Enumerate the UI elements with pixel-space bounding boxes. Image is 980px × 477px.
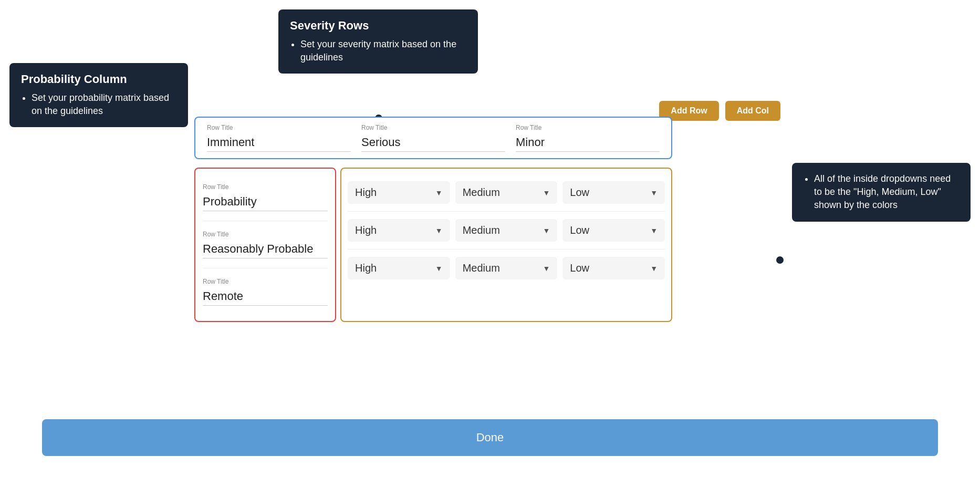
dropdowns-connector-dot <box>776 256 784 264</box>
severity-tooltip-title: Severity Rows <box>290 19 466 33</box>
dropdown-value-1-2: Low <box>570 224 650 236</box>
prob-label-0: Row Title <box>203 183 328 191</box>
dropdown-2-0[interactable]: High ▼ <box>348 257 450 279</box>
dropdown-value-0-0: High <box>355 186 435 199</box>
body-row: Row Title Row Title Row Title High <box>194 168 672 322</box>
probability-tooltip-desc: Set your probability matrix based on the… <box>32 91 176 118</box>
dropdown-arrow-0-0: ▼ <box>435 189 443 197</box>
dropdown-0-0[interactable]: High ▼ <box>348 181 450 204</box>
severity-headers-row: Row Title Row Title Row Title <box>194 117 672 159</box>
prob-cell-0: Row Title <box>203 174 328 221</box>
dropdown-value-0-2: Low <box>570 186 650 199</box>
values-row-1: High ▼ Medium ▼ Low ▼ <box>348 212 665 250</box>
dropdowns-tooltip: All of the inside dropdowns need to be t… <box>792 163 971 222</box>
probability-tooltip: Probability Column Set your probability … <box>9 63 188 127</box>
dropdown-value-2-0: High <box>355 262 435 274</box>
values-row-0: High ▼ Medium ▼ Low ▼ <box>348 174 665 212</box>
dropdown-0-2[interactable]: Low ▼ <box>562 181 665 204</box>
dropdown-0-1[interactable]: Medium ▼ <box>455 181 558 204</box>
dropdown-value-0-1: Medium <box>463 186 543 199</box>
prob-input-0[interactable] <box>203 193 328 211</box>
prob-label-1: Row Title <box>203 231 328 238</box>
values-grid: High ▼ Medium ▼ Low ▼ High <box>340 168 672 322</box>
dropdown-arrow-2-1: ▼ <box>543 264 550 273</box>
values-row-2: High ▼ Medium ▼ Low ▼ <box>348 250 665 287</box>
dropdown-arrow-1-0: ▼ <box>435 226 443 235</box>
page-wrapper: Probability Column Set your probability … <box>0 0 980 477</box>
severity-label-0: Row Title <box>207 124 351 131</box>
dropdown-value-2-1: Medium <box>463 262 543 274</box>
dropdown-arrow-2-2: ▼ <box>650 264 658 273</box>
dropdown-value-2-2: Low <box>570 262 650 274</box>
severity-cell-0: Row Title <box>202 124 356 152</box>
dropdown-value-1-1: Medium <box>463 224 543 236</box>
prob-cell-1: Row Title <box>203 221 328 268</box>
severity-tooltip: Severity Rows Set your severity matrix b… <box>278 9 478 74</box>
dropdown-2-2[interactable]: Low ▼ <box>562 257 665 279</box>
severity-input-2[interactable] <box>516 133 660 152</box>
probability-tooltip-title: Probability Column <box>21 72 176 86</box>
dropdown-1-1[interactable]: Medium ▼ <box>455 219 558 242</box>
dropdown-arrow-0-2: ▼ <box>650 189 658 197</box>
prob-label-2: Row Title <box>203 278 328 285</box>
prob-input-2[interactable] <box>203 287 328 306</box>
dropdowns-tooltip-desc: All of the inside dropdowns need to be t… <box>814 172 959 212</box>
dropdown-1-0[interactable]: High ▼ <box>348 219 450 242</box>
done-button[interactable]: Done <box>42 419 938 456</box>
dropdown-arrow-0-1: ▼ <box>543 189 550 197</box>
dropdown-value-1-0: High <box>355 224 435 236</box>
severity-cell-2: Row Title <box>510 124 665 152</box>
prob-input-1[interactable] <box>203 240 328 258</box>
severity-label-1: Row Title <box>361 124 505 131</box>
severity-label-2: Row Title <box>516 124 660 131</box>
severity-input-0[interactable] <box>207 133 351 152</box>
dropdown-1-2[interactable]: Low ▼ <box>562 219 665 242</box>
prob-cell-2: Row Title <box>203 268 328 316</box>
done-button-wrapper: Done <box>42 419 938 456</box>
severity-tooltip-desc: Set your severity matrix based on the gu… <box>300 38 466 64</box>
probability-col: Row Title Row Title Row Title <box>194 168 336 322</box>
dropdown-arrow-1-2: ▼ <box>650 226 658 235</box>
add-col-button[interactable]: Add Col <box>725 101 780 121</box>
dropdown-arrow-2-0: ▼ <box>435 264 443 273</box>
dropdown-2-1[interactable]: Medium ▼ <box>455 257 558 279</box>
severity-input-1[interactable] <box>361 133 505 152</box>
action-buttons: Add Row Add Col <box>659 101 780 121</box>
matrix-container: Row Title Row Title Row Title Row Title <box>194 117 672 322</box>
dropdown-arrow-1-1: ▼ <box>543 226 550 235</box>
severity-cell-1: Row Title <box>356 124 510 152</box>
